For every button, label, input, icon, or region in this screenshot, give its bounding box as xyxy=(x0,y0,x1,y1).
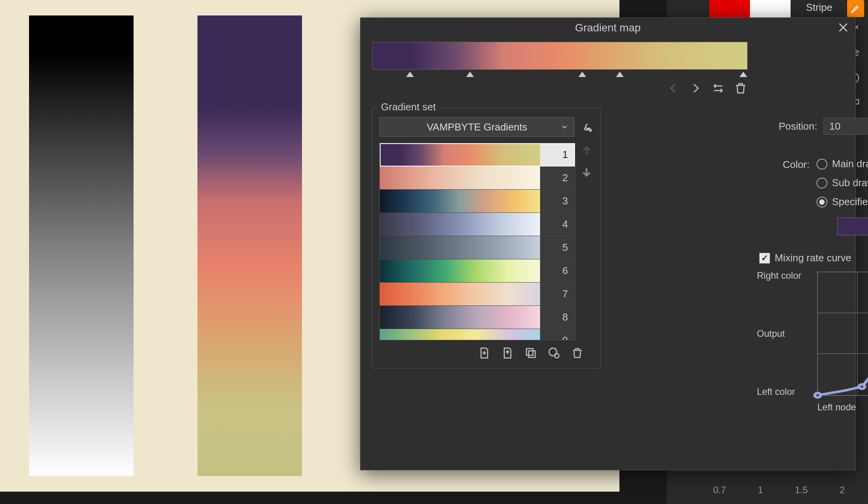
gradient-set-fieldset: Gradient set VAMPBYTE Gradients 12345678… xyxy=(372,108,600,369)
prev-stop-icon xyxy=(666,81,680,95)
gradient-preset-number: 1 xyxy=(540,143,575,166)
radio-icon xyxy=(817,159,827,170)
gradient-preset-number: 8 xyxy=(540,306,575,329)
radio-label: Sub drawing color xyxy=(832,177,868,189)
mixing-curve-editor[interactable]: Right color Output Left color Lef xyxy=(759,268,868,411)
gradient-stop[interactable] xyxy=(616,72,624,77)
radio-label: Specified color xyxy=(832,196,868,208)
close-button[interactable] xyxy=(837,21,850,34)
radio-specified-color[interactable]: Specified color xyxy=(817,196,868,208)
gradient-preset-preview xyxy=(380,190,540,213)
stripe-color-primary xyxy=(709,0,750,19)
delete-stop-icon[interactable] xyxy=(734,81,748,95)
new-from-colors-icon[interactable] xyxy=(547,346,561,360)
gradient-preset-preview xyxy=(380,236,540,259)
gradient-preset-row[interactable]: 7 xyxy=(380,283,575,306)
gradient-set-dropdown[interactable]: VAMPBYTE Gradients xyxy=(379,117,575,137)
gradient-preset-row[interactable]: 1 xyxy=(380,143,575,166)
gradient-preset-preview xyxy=(380,213,540,236)
gradient-preset-number: 5 xyxy=(540,236,575,259)
flip-gradient-icon[interactable] xyxy=(711,81,725,95)
canvas-swatch-grayscale xyxy=(29,15,134,476)
curve-y-top: Right color xyxy=(757,270,801,281)
import-icon[interactable] xyxy=(478,346,491,360)
gradient-preset-preview xyxy=(380,306,540,329)
specified-color-swatch[interactable] xyxy=(837,218,868,235)
curve-x-left: Left node xyxy=(817,402,856,413)
gradient-preset-number: 3 xyxy=(540,190,575,213)
stripe-color-block[interactable] xyxy=(709,0,791,19)
gradient-preset-number: 7 xyxy=(540,283,575,305)
gradient-preset-row[interactable]: 6 xyxy=(380,259,575,283)
gradient-preset-row[interactable]: 4 xyxy=(380,213,575,236)
svg-point-6 xyxy=(859,384,865,389)
svg-rect-1 xyxy=(527,349,533,355)
mixing-rate-checkbox-row[interactable]: ✓ Mixing rate curve xyxy=(759,252,868,264)
tick: 0.7 xyxy=(713,485,726,500)
radio-label: Main drawing color xyxy=(832,158,868,170)
gradient-preset-number: 4 xyxy=(540,213,575,236)
slider-ticks: 0.7 1 1.5 2 xyxy=(713,485,845,500)
radio-icon xyxy=(817,178,827,189)
gradient-set-legend: Gradient set xyxy=(378,101,439,113)
svg-point-3 xyxy=(549,348,557,356)
tick: 1 xyxy=(758,485,763,500)
gradient-preset-preview xyxy=(380,283,540,305)
svg-rect-2 xyxy=(528,351,535,357)
position-input[interactable] xyxy=(823,118,868,135)
curve-y-bot: Left color xyxy=(757,386,795,397)
stripe-label: Stripe xyxy=(806,2,832,14)
edit-icon[interactable] xyxy=(847,0,864,17)
gradient-preset-row[interactable]: 8 xyxy=(380,306,575,329)
delete-preset-icon[interactable] xyxy=(571,346,584,360)
dialog-title-text: Gradient map xyxy=(575,22,641,34)
svg-point-4 xyxy=(554,353,559,358)
color-label: Color: xyxy=(759,158,810,237)
stripe-color-secondary xyxy=(750,0,791,19)
gradient-preset-preview xyxy=(380,166,540,189)
gradient-bar[interactable] xyxy=(372,42,748,70)
radio-main-color[interactable]: Main drawing color xyxy=(817,158,868,170)
export-icon[interactable] xyxy=(501,346,514,360)
dropdown-value: VAMPBYTE Gradients xyxy=(427,121,527,133)
curve-y-mid: Output xyxy=(757,328,785,339)
gradient-preset-number: 6 xyxy=(540,259,575,282)
move-down-icon[interactable] xyxy=(580,165,593,178)
gradient-preset-preview xyxy=(380,259,540,282)
tick: 2 xyxy=(840,485,845,500)
mixing-label: Mixing rate curve xyxy=(775,252,851,264)
duplicate-icon[interactable] xyxy=(524,346,537,360)
gradient-preset-preview xyxy=(380,329,540,340)
position-label: Position: xyxy=(759,120,817,132)
gradient-preset-preview xyxy=(380,143,540,166)
svg-point-5 xyxy=(815,393,821,397)
gradient-preset-row[interactable]: 9 xyxy=(380,329,575,340)
tick: 1.5 xyxy=(795,485,808,500)
radio-sub-color[interactable]: Sub drawing color xyxy=(817,177,868,189)
checkbox-icon: ✓ xyxy=(759,253,770,264)
gradient-preset-number: 2 xyxy=(540,166,575,189)
gradient-stop[interactable] xyxy=(406,72,414,77)
canvas-swatch-gradientmapped xyxy=(197,15,302,476)
gradient-stop[interactable] xyxy=(578,72,586,77)
gradient-stops-track[interactable] xyxy=(372,69,747,77)
gradient-stop[interactable] xyxy=(466,72,474,77)
gradient-preset-number: 9 xyxy=(540,329,575,340)
gradient-preset-row[interactable]: 5 xyxy=(380,236,575,259)
gradient-map-dialog: Gradient map Gradient set xyxy=(360,17,856,470)
move-up-icon xyxy=(580,144,593,158)
gradient-preset-row[interactable]: 3 xyxy=(380,190,575,213)
gradient-preset-row[interactable]: 2 xyxy=(380,166,575,190)
chevron-down-icon xyxy=(560,123,569,131)
next-stop-icon[interactable] xyxy=(689,81,703,95)
gradient-stop[interactable] xyxy=(739,72,747,77)
wrench-icon[interactable] xyxy=(580,120,593,134)
radio-icon xyxy=(817,197,827,207)
gradient-preset-list[interactable]: 123456789 xyxy=(379,143,575,340)
dialog-titlebar[interactable]: Gradient map xyxy=(360,18,855,38)
